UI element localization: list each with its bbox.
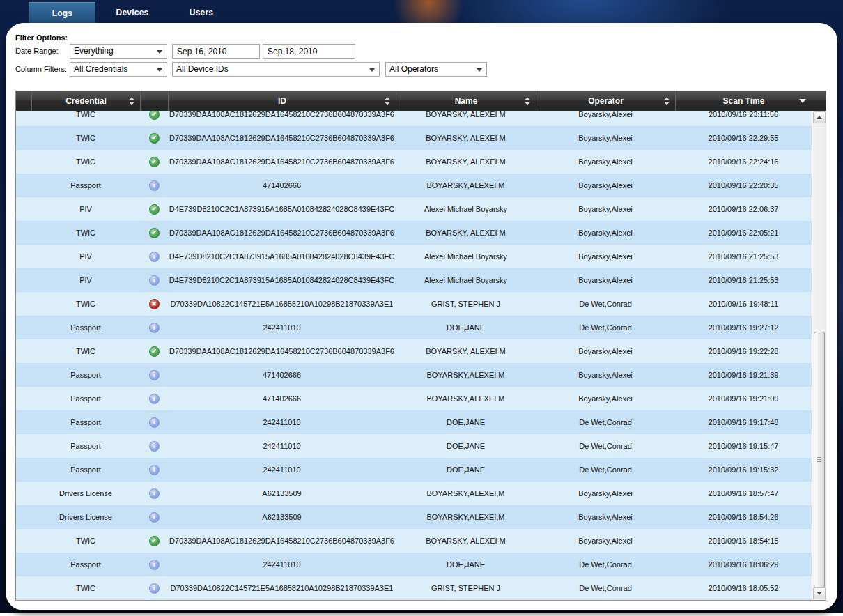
operator-cell: Boyarsky,Alexei	[536, 245, 675, 268]
name-cell: DOE,JANE	[396, 553, 536, 576]
sort-both-icon[interactable]	[129, 98, 134, 105]
operator-cell: Boyarsky,Alexei	[536, 268, 675, 292]
operator-cell: De Wet,Conrad	[536, 434, 675, 458]
row-gutter-cell	[16, 111, 31, 126]
scan-time-cell: 2010/09/16 19:27:12	[675, 316, 812, 339]
table-row[interactable]: Drivers LicenseiA62133509BOYARSKY,ALEXEI…	[16, 482, 812, 505]
table-row[interactable]: Passporti242411010DOE,JANEDe Wet,Conrad2…	[16, 410, 812, 434]
name-cell: BOYARSKY,ALEXEI,M	[396, 482, 536, 505]
name-cell: BOYARSKY,ALEXEI M	[396, 363, 536, 387]
operator-cell: Boyarsky,Alexei	[536, 339, 675, 363]
table-row[interactable]: PIViD4E739D8210C2C1A873915A1685A01084282…	[16, 268, 812, 292]
table-row[interactable]: PIV✔D4E739D8210C2C1A873915A1685A01084282…	[16, 197, 812, 221]
sort-both-icon[interactable]	[385, 98, 390, 105]
status-cell: i	[140, 505, 168, 529]
scan-time-cell: 2010/09/16 22:24:16	[675, 150, 812, 174]
table-row[interactable]: TWIC✔D70339DAA108AC1812629DA16458210C273…	[16, 221, 812, 245]
table-row[interactable]: Drivers LicenseiA62133509BOYARSKY,ALEXEI…	[16, 505, 812, 529]
table-row[interactable]: TWIC✔D70339DAA108AC1812629DA16458210C273…	[16, 111, 812, 126]
table-row[interactable]: TWIC✔D70339DAA108AC1812629DA16458210C273…	[16, 126, 812, 150]
header-credential[interactable]: Credential	[31, 91, 140, 111]
status-cell: i	[140, 434, 168, 458]
table-row[interactable]: TWIC✖D70339DA10822C145721E5A16858210A102…	[16, 292, 812, 316]
credential-cell: TWIC	[31, 339, 140, 363]
operator-cell: Boyarsky,Alexei	[536, 150, 675, 174]
vertical-scrollbar[interactable]	[812, 111, 826, 600]
row-gutter-cell	[16, 434, 31, 458]
credential-cell: PIV	[31, 245, 140, 268]
device-id-filter-select[interactable]: All Device IDs	[172, 62, 380, 77]
sort-desc-icon[interactable]	[799, 99, 806, 103]
sort-both-icon[interactable]	[664, 98, 670, 105]
row-gutter-cell	[16, 197, 31, 221]
row-gutter-cell	[16, 126, 31, 150]
operator-filter-select[interactable]: All Operators	[385, 62, 487, 77]
header-operator[interactable]: Operator	[536, 91, 675, 111]
valid-icon: ✔	[149, 133, 160, 144]
row-gutter-cell	[16, 150, 31, 174]
table-row[interactable]: TWIC✔D70339DAA108AC1812629DA16458210C273…	[16, 339, 812, 363]
invalid-icon: ✖	[149, 299, 160, 309]
operator-filter-value: All Operators	[389, 64, 438, 74]
scan-time-cell: 2010/09/16 18:54:15	[675, 529, 812, 553]
date-to-input[interactable]	[263, 44, 355, 59]
scan-time-cell: 2010/09/16 23:11:56	[675, 111, 812, 126]
table-row[interactable]: TWIC✔D70339DAA108AC1812629DA16458210C273…	[16, 150, 812, 174]
credential-cell: TWIC	[31, 150, 140, 174]
tab-users[interactable]: Users	[170, 2, 233, 23]
scrollbar-thumb[interactable]	[814, 332, 825, 588]
chevron-down-icon	[157, 50, 162, 54]
row-gutter-cell	[16, 292, 31, 316]
header-scrollbar-filler	[812, 91, 826, 111]
scroll-down-button[interactable]	[813, 587, 826, 599]
row-gutter-cell	[16, 245, 31, 268]
table-row[interactable]: Passporti471402666BOYARSKY,ALEXEI MBoyar…	[16, 387, 812, 410]
operator-cell: De Wet,Conrad	[536, 576, 675, 600]
table-row[interactable]: Passporti242411010DOE,JANEDe Wet,Conrad2…	[16, 434, 812, 458]
row-gutter-cell	[16, 482, 31, 505]
status-cell: i	[140, 268, 168, 292]
header-operator-label: Operator	[588, 96, 624, 106]
status-cell: i	[140, 174, 168, 197]
name-cell: DOE,JANE	[396, 458, 536, 482]
sort-both-icon[interactable]	[525, 98, 530, 105]
name-cell: Alexei Michael Boyarsky	[396, 245, 536, 268]
table-row[interactable]: TWIC✔D70339DAA108AC1812629DA16458210C273…	[16, 529, 812, 553]
id-cell: D70339DAA108AC1812629DA16458210C2736B604…	[168, 111, 396, 126]
info-icon: i	[149, 583, 160, 594]
date-range-select[interactable]: Everything	[70, 44, 167, 59]
tab-logs[interactable]: Logs	[29, 2, 95, 23]
table-row[interactable]: PIViD4E739D8210C2C1A873915A1685A01084282…	[16, 245, 812, 268]
status-cell: ✔	[140, 150, 168, 174]
scan-time-cell: 2010/09/16 18:57:47	[675, 482, 812, 505]
scan-time-cell: 2010/09/16 19:15:47	[675, 434, 812, 458]
date-range-label: Date Range:	[15, 44, 59, 59]
chevron-down-icon	[369, 68, 375, 72]
header-scan-time[interactable]: Scan Time	[675, 91, 812, 111]
info-icon: i	[149, 488, 160, 499]
id-cell: D70339DA10822C145721E5A16858210A10298B21…	[168, 292, 396, 316]
tab-devices[interactable]: Devices	[101, 2, 164, 23]
header-id[interactable]: ID	[168, 91, 396, 111]
operator-cell: Boyarsky,Alexei	[536, 387, 675, 410]
row-gutter-cell	[16, 505, 31, 529]
id-cell: D70339DAA108AC1812629DA16458210C2736B604…	[168, 221, 396, 245]
operator-cell: Boyarsky,Alexei	[536, 363, 675, 387]
table-row[interactable]: Passporti242411010DOE,JANEDe Wet,Conrad2…	[16, 553, 812, 576]
table-row[interactable]: TWICiD70339DA10822C145721E5A16858210A102…	[16, 576, 812, 600]
credential-filter-select[interactable]: All Credentials	[70, 62, 167, 77]
status-cell: i	[140, 482, 168, 505]
credential-cell: TWIC	[31, 529, 140, 553]
id-cell: D70339DAA108AC1812629DA16458210C2736B604…	[168, 126, 396, 150]
scan-time-cell: 2010/09/16 22:05:21	[675, 221, 812, 245]
date-from-input[interactable]	[172, 44, 260, 59]
id-cell: D70339DAA108AC1812629DA16458210C2736B604…	[168, 339, 396, 363]
table-row[interactable]: Passporti471402666BOYARSKY,ALEXEI MBoyar…	[16, 363, 812, 387]
scroll-up-button[interactable]	[813, 111, 826, 123]
table-row[interactable]: Passporti242411010DOE,JANEDe Wet,Conrad2…	[16, 316, 812, 339]
table-row[interactable]: Passporti242411010DOE,JANEDe Wet,Conrad2…	[16, 458, 812, 482]
credential-cell: PIV	[31, 268, 140, 292]
table-body-viewport: TWIC✔D70339DAA108AC1812629DA16458210C273…	[16, 111, 812, 600]
table-row[interactable]: Passporti471402666BOYARSKY,ALEXEI MBoyar…	[16, 174, 812, 197]
header-name[interactable]: Name	[396, 91, 536, 111]
